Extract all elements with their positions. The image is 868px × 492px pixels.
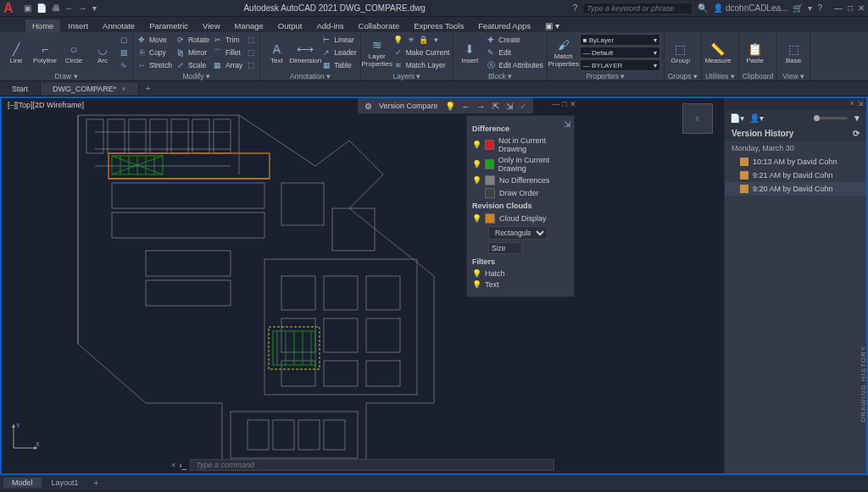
view-cube-face[interactable]: E <box>682 103 713 134</box>
history-entry[interactable]: 9:21 AM by David Cohn <box>725 169 866 182</box>
ucs-icon[interactable]: X Y <box>10 421 41 453</box>
qat-redo-icon[interactable]: → <box>79 3 87 13</box>
file-tab-add-button[interactable]: + <box>139 84 158 93</box>
make-current-button[interactable]: ✓Make Current <box>393 47 450 58</box>
diff-draw-order[interactable]: 💡Draw Order <box>472 188 569 198</box>
base-button[interactable]: ⬚Base <box>781 34 806 71</box>
file-tab-doc[interactable]: DWG_COMPARE*× <box>41 83 139 95</box>
tab-manage[interactable]: Manage <box>228 19 270 32</box>
tab-featured[interactable]: Featured Apps <box>471 19 537 32</box>
diff-only-in-current[interactable]: 💡Only in Current Drawing <box>472 156 569 173</box>
compare-panel-pin-icon[interactable]: ⇲ <box>564 119 570 129</box>
cloud-shape-select[interactable]: Rectangular <box>488 226 548 240</box>
help-icon[interactable]: ? <box>573 3 578 13</box>
compare-done-icon[interactable]: ✓ <box>520 102 526 111</box>
bulb-icon[interactable]: 💡 <box>472 214 481 223</box>
history-doc-icon[interactable]: 📄▾ <box>730 113 744 123</box>
tab-insert[interactable]: Insert <box>61 19 95 32</box>
edit-block-button[interactable]: ✎Edit <box>486 47 542 58</box>
panel-groups-label[interactable]: Groups ▾ <box>668 71 698 81</box>
help2-icon[interactable]: ? <box>817 3 822 13</box>
file-tab-close-icon[interactable]: × <box>121 85 125 93</box>
stretch-button[interactable]: ↔Stretch <box>136 59 172 71</box>
line-button[interactable]: ╱Line <box>3 34 29 71</box>
compare-prev-icon[interactable]: ← <box>462 102 470 111</box>
diff-not-in-current[interactable]: 💡Not in Current Drawing <box>472 136 569 153</box>
polyline-button[interactable]: ⌐Polyline <box>32 34 58 71</box>
panel-undock-icon[interactable]: ⇲ <box>857 99 864 109</box>
tab-express[interactable]: Express Tools <box>407 19 470 32</box>
fillet-button[interactable]: ⌒Fillet <box>213 47 242 58</box>
draw-misc-2[interactable]: ▨ <box>119 47 129 58</box>
modify-misc-3[interactable]: ⬚ <box>246 59 256 71</box>
panel-utilities-label[interactable]: Utilities ▾ <box>705 71 735 81</box>
history-zoom-slider[interactable] <box>814 117 848 119</box>
group-button[interactable]: ⬚Group <box>668 34 693 71</box>
drawing-canvas[interactable]: [–][Top][2D Wireframe] — □ ✕ ⚙ Version C… <box>2 98 724 473</box>
mirror-button[interactable]: ⧎Mirror <box>175 47 209 58</box>
draw-misc-1[interactable]: ▢ <box>119 34 129 46</box>
history-entry[interactable]: 10:13 AM by David Cohn <box>725 155 866 169</box>
modify-misc-1[interactable]: ⬚ <box>246 34 256 46</box>
panel-block-label[interactable]: Block ▾ <box>457 71 542 81</box>
vp-max-icon[interactable]: □ <box>563 100 567 108</box>
file-tab-start[interactable]: Start <box>0 83 41 95</box>
tab-addins[interactable]: Add-ins <box>309 19 350 32</box>
compare-settings-icon[interactable]: ⚙ <box>364 102 372 111</box>
panel-draw-label[interactable]: Draw ▾ <box>3 71 129 81</box>
draw-misc-3[interactable]: ∿ <box>119 59 129 71</box>
edit-attr-button[interactable]: ⒶEdit Attributes <box>486 59 542 71</box>
swatch-dark[interactable] <box>485 188 495 198</box>
close-button[interactable]: ✕ <box>858 3 865 13</box>
bulb-icon[interactable]: 💡 <box>472 280 481 289</box>
signin-icon[interactable]: 🔍 <box>698 3 708 13</box>
vp-min-icon[interactable]: — <box>553 100 560 108</box>
paste-button[interactable]: 📋Paste <box>743 34 768 71</box>
command-input[interactable] <box>190 459 554 471</box>
modify-misc-2[interactable]: ⬚ <box>246 47 256 58</box>
create-block-button[interactable]: ✚Create <box>486 34 542 46</box>
compare-bulb-icon[interactable]: 💡 <box>445 102 455 111</box>
swatch-orange[interactable] <box>485 213 495 224</box>
measure-button[interactable]: 📏Measure <box>705 34 731 71</box>
maximize-button[interactable]: □ <box>848 3 853 13</box>
history-entry[interactable]: 9:20 AM by David Cohn <box>725 182 866 196</box>
diff-none[interactable]: 💡No Differences <box>472 175 569 185</box>
history-refresh-icon[interactable]: ⟳ <box>853 129 860 138</box>
tab-annotate[interactable]: Annotate <box>96 19 142 32</box>
tab-view[interactable]: View <box>196 19 226 32</box>
qat-grid-icon[interactable]: ▣ <box>24 3 31 13</box>
bulb-icon[interactable]: 💡 <box>472 160 481 169</box>
swatch-green[interactable] <box>485 159 494 169</box>
bulb-icon[interactable]: 💡 <box>472 141 481 149</box>
bulb-icon[interactable]: 💡 <box>472 269 481 278</box>
cmdline-close-icon[interactable]: × <box>171 461 175 469</box>
layer-flyout[interactable]: 💡☀🔒▾ <box>393 34 450 46</box>
arc-button[interactable]: ◡Arc <box>90 34 115 71</box>
panel-modify-label[interactable]: Modify ▾ <box>136 71 256 81</box>
tab-model[interactable]: Model <box>3 478 42 488</box>
panel-close-icon[interactable]: × <box>850 99 854 109</box>
panel-properties-label[interactable]: Properties ▾ <box>551 71 660 81</box>
dimension-button[interactable]: ⟷Dimension <box>292 34 318 71</box>
keyword-search-input[interactable] <box>582 3 693 14</box>
app-store-icon[interactable]: 🛒 <box>793 3 803 13</box>
copy-button[interactable]: ⎘Copy <box>136 47 172 58</box>
tab-home[interactable]: Home <box>25 19 60 32</box>
panel-layers-label[interactable]: Layers ▾ <box>364 71 450 81</box>
cloud-display-row[interactable]: 💡Cloud Display <box>472 213 569 224</box>
tab-focus-icon[interactable]: ▣ ▾ <box>538 19 566 32</box>
array-button[interactable]: ▦Array <box>213 59 242 71</box>
minimize-button[interactable]: — <box>834 3 843 13</box>
tab-parametric[interactable]: Parametric <box>142 19 195 32</box>
color-combo[interactable]: ■ ByLayer▾ <box>580 34 660 46</box>
qat-print-icon[interactable]: 🖶 <box>52 3 60 13</box>
linear-button[interactable]: ⊢Linear <box>321 34 356 46</box>
panel-view-label[interactable]: View ▾ <box>781 71 806 81</box>
rotate-button[interactable]: ⟳Rotate <box>175 34 209 46</box>
move-button[interactable]: ✥Move <box>136 34 172 46</box>
compare-import-icon[interactable]: ⇲ <box>506 102 513 111</box>
match-properties-button[interactable]: 🖌Match Properties <box>551 34 576 71</box>
history-user-icon[interactable]: 👤▾ <box>749 113 764 123</box>
tab-output[interactable]: Output <box>271 19 309 32</box>
